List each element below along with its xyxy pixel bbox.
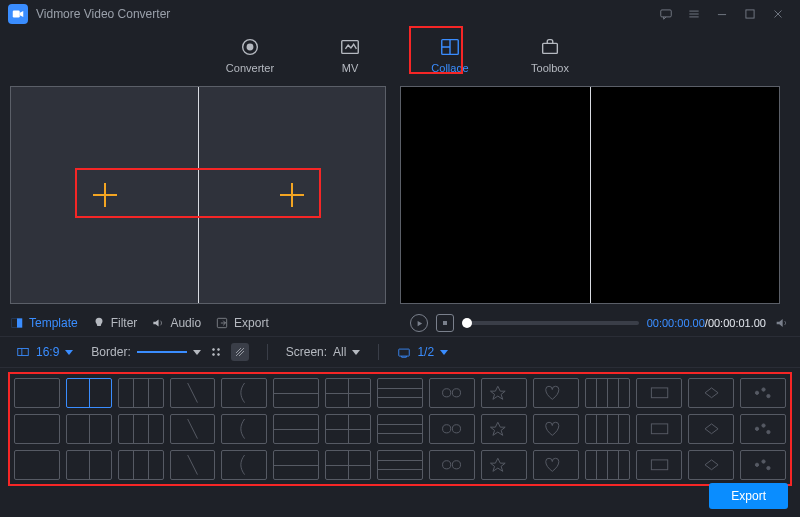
template-thumbnail[interactable] — [740, 378, 786, 408]
svg-point-32 — [761, 424, 764, 427]
template-thumbnail[interactable] — [118, 450, 164, 480]
menu-icon[interactable] — [680, 3, 708, 25]
topnav-mv[interactable]: MV — [320, 32, 380, 78]
template-thumbnail[interactable] — [66, 414, 112, 444]
template-thumbnail[interactable] — [429, 378, 475, 408]
template-thumbnail[interactable] — [273, 414, 319, 444]
preview-pane — [400, 86, 780, 304]
chevron-down-icon[interactable] — [193, 350, 201, 355]
screen-select[interactable]: Screen: All — [286, 345, 361, 359]
border-color-picker[interactable] — [207, 343, 225, 361]
template-thumbnail[interactable] — [636, 450, 682, 480]
template-thumbnail[interactable] — [429, 414, 475, 444]
template-thumbnail[interactable] — [170, 378, 216, 408]
template-thumbnail[interactable] — [377, 450, 423, 480]
template-thumbnail[interactable] — [533, 414, 579, 444]
template-thumbnail[interactable] — [377, 414, 423, 444]
midtabs: Template Filter Audio Export — [10, 316, 269, 330]
tab-label: Audio — [170, 316, 201, 330]
footer: Export — [709, 483, 788, 509]
template-thumbnail[interactable] — [325, 378, 371, 408]
template-thumbnail[interactable] — [481, 414, 527, 444]
topnav-label: Converter — [226, 62, 274, 74]
collage-editor — [10, 86, 386, 304]
svg-rect-0 — [13, 11, 20, 18]
chevron-down-icon — [65, 350, 73, 355]
template-thumbnail[interactable] — [533, 450, 579, 480]
template-thumbnail[interactable] — [221, 414, 267, 444]
border-style-preview[interactable] — [137, 351, 187, 353]
topnav-collage[interactable]: Collage — [420, 32, 480, 78]
template-thumbnail[interactable] — [118, 378, 164, 408]
svg-marker-22 — [705, 388, 718, 398]
template-thumbnail[interactable] — [636, 414, 682, 444]
svg-point-4 — [247, 44, 253, 50]
volume-icon[interactable] — [774, 315, 790, 331]
seek-bar[interactable] — [462, 321, 639, 325]
tab-filter[interactable]: Filter — [92, 316, 138, 330]
time-total: 00:00:01.00 — [708, 317, 766, 329]
topnav-label: Toolbox — [531, 62, 569, 74]
export-button[interactable]: Export — [709, 483, 788, 509]
topnav-label: Collage — [431, 62, 468, 74]
template-thumbnail[interactable] — [585, 450, 631, 480]
close-icon[interactable] — [764, 3, 792, 25]
collage-cell-left[interactable] — [11, 87, 198, 303]
template-thumbnail[interactable] — [481, 450, 527, 480]
template-thumbnail[interactable] — [481, 378, 527, 408]
app-logo — [8, 4, 28, 24]
template-thumbnail[interactable] — [636, 378, 682, 408]
maximize-icon[interactable] — [736, 3, 764, 25]
template-thumbnail[interactable] — [533, 378, 579, 408]
template-thumbnail[interactable] — [118, 414, 164, 444]
feedback-icon[interactable] — [652, 3, 680, 25]
template-thumbnail[interactable] — [14, 450, 60, 480]
tab-audio[interactable]: Audio — [151, 316, 201, 330]
topnav: Converter MV Collage Toolbox — [0, 28, 800, 86]
svg-rect-12 — [18, 349, 29, 356]
template-thumbnail[interactable] — [170, 450, 216, 480]
template-thumbnail[interactable] — [221, 378, 267, 408]
template-thumbnail[interactable] — [688, 378, 734, 408]
border-pattern-button[interactable] — [231, 343, 249, 361]
template-thumbnail[interactable] — [14, 414, 60, 444]
svg-rect-7 — [543, 43, 558, 53]
svg-rect-2 — [746, 10, 754, 18]
template-thumbnail[interactable] — [585, 378, 631, 408]
minimize-icon[interactable] — [708, 3, 736, 25]
workarea — [0, 86, 800, 310]
preview-divider — [590, 87, 591, 303]
time-current: 00:00:00.00 — [647, 317, 705, 329]
template-thumbnail[interactable] — [325, 450, 371, 480]
svg-point-41 — [766, 467, 769, 470]
aspect-ratio-value: 16:9 — [36, 345, 59, 359]
titlebar: Vidmore Video Converter — [0, 0, 800, 28]
template-thumbnail[interactable] — [585, 414, 631, 444]
template-thumbnail[interactable] — [66, 450, 112, 480]
template-thumbnail[interactable] — [740, 414, 786, 444]
template-thumbnail[interactable] — [221, 450, 267, 480]
template-thumbnail[interactable] — [66, 378, 112, 408]
play-button[interactable] — [410, 314, 428, 332]
template-thumbnail[interactable] — [273, 378, 319, 408]
tab-template[interactable]: Template — [10, 316, 78, 330]
template-thumbnail[interactable] — [273, 450, 319, 480]
collage-cell-right[interactable] — [198, 87, 385, 303]
template-thumbnail[interactable] — [325, 414, 371, 444]
stop-button[interactable] — [436, 314, 454, 332]
svg-point-34 — [443, 461, 451, 469]
template-thumbnail[interactable] — [377, 378, 423, 408]
page-select[interactable]: 1/2 — [397, 345, 448, 359]
seek-handle[interactable] — [462, 318, 472, 328]
topnav-label: MV — [342, 62, 359, 74]
template-thumbnail[interactable] — [429, 450, 475, 480]
template-thumbnail[interactable] — [740, 450, 786, 480]
aspect-ratio-select[interactable]: 16:9 — [16, 345, 73, 359]
tab-export[interactable]: Export — [215, 316, 269, 330]
template-thumbnail[interactable] — [14, 378, 60, 408]
template-thumbnail[interactable] — [688, 450, 734, 480]
topnav-converter[interactable]: Converter — [220, 32, 280, 78]
template-thumbnail[interactable] — [170, 414, 216, 444]
topnav-toolbox[interactable]: Toolbox — [520, 32, 580, 78]
template-thumbnail[interactable] — [688, 414, 734, 444]
